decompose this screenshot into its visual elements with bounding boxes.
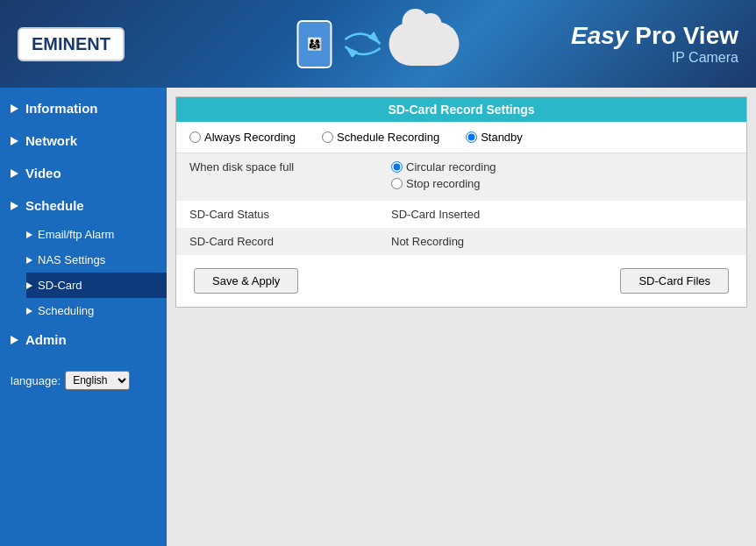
sidebar-sub-label-email-ftp: Email/ftp Alarm xyxy=(38,228,114,241)
schedule-recording-label[interactable]: Schedule Recording xyxy=(322,131,439,144)
sidebar-label-admin: Admin xyxy=(25,332,67,347)
sidebar-sub-label-nas: NAS Settings xyxy=(38,253,105,266)
language-label: language: xyxy=(11,374,61,387)
header-graphic xyxy=(297,20,460,68)
sidebar-label-network: Network xyxy=(25,133,77,148)
standby-label[interactable]: Standby xyxy=(466,131,523,144)
settings-table: When disk space full Circular recording … xyxy=(176,153,746,255)
arrow-icon-email-ftp xyxy=(26,231,32,238)
header-title: Easy Pro View IP Camera xyxy=(571,22,738,66)
content-title: SD-Card Record Settings xyxy=(176,97,746,122)
arrow-icon-video xyxy=(11,169,18,178)
sidebar-sub-menu: Email/ftp Alarm NAS Settings SD-Card Sch… xyxy=(0,222,167,323)
arrow-cloud xyxy=(341,22,460,66)
title-sub: IP Camera xyxy=(571,50,738,66)
sd-record-row: SD-Card Record Not Recording xyxy=(176,228,746,255)
arrow-icon-admin xyxy=(11,336,18,344)
circular-recording-radio[interactable] xyxy=(391,161,403,173)
stop-recording-text: Stop recording xyxy=(406,177,481,190)
sidebar-item-admin[interactable]: Admin xyxy=(0,323,167,356)
sidebar-sub-sdcard[interactable]: SD-Card xyxy=(26,273,167,298)
logo: EMINENT xyxy=(18,27,125,61)
sidebar-label-video: Video xyxy=(25,166,61,181)
sidebar-sub-email-ftp[interactable]: Email/ftp Alarm xyxy=(26,222,167,247)
schedule-recording-radio[interactable] xyxy=(322,131,333,143)
always-recording-text: Always Recording xyxy=(204,131,296,144)
title-rest: Pro View xyxy=(628,22,738,49)
language-select[interactable]: English Dutch German French Spanish xyxy=(65,371,130,390)
circular-recording-label[interactable]: Circular recording xyxy=(391,160,733,174)
disk-options: Circular recording Stop recording xyxy=(391,160,733,190)
always-recording-radio[interactable] xyxy=(189,131,201,143)
arrow-icon-nas xyxy=(26,257,32,264)
sidebar-item-schedule[interactable]: Schedule xyxy=(0,189,167,222)
sidebar-item-information[interactable]: Information xyxy=(0,92,167,124)
always-recording-label[interactable]: Always Recording xyxy=(189,131,296,144)
sd-record-label: SD-Card Record xyxy=(176,228,378,255)
language-row: language: English Dutch German French Sp… xyxy=(0,360,167,401)
arrow-icon-scheduling xyxy=(26,308,32,315)
sidebar-item-network[interactable]: Network xyxy=(0,124,167,157)
arrow-icon-information xyxy=(11,104,18,113)
stop-recording-label[interactable]: Stop recording xyxy=(391,177,733,190)
content-inner: SD-Card Record Settings Always Recording… xyxy=(175,96,747,308)
arrow-icon-sdcard xyxy=(26,282,32,289)
header: EMINENT Easy Pro View IP Camera xyxy=(0,0,756,88)
phone-icon xyxy=(297,20,332,68)
main-container: Information Network Video Schedule Email… xyxy=(0,88,756,546)
schedule-recording-text: Schedule Recording xyxy=(337,131,439,144)
save-apply-button[interactable]: Save & Apply xyxy=(194,268,298,294)
sd-status-row: SD-Card Status SD-Card Inserted xyxy=(176,201,746,228)
sd-record-value: Not Recording xyxy=(378,228,746,255)
arrow-icon-schedule xyxy=(11,202,18,210)
sidebar: Information Network Video Schedule Email… xyxy=(0,88,167,546)
sd-card-files-button[interactable]: SD-Card Files xyxy=(620,268,729,294)
standby-text: Standby xyxy=(481,131,523,144)
standby-radio[interactable] xyxy=(466,131,477,143)
circular-recording-text: Circular recording xyxy=(406,160,496,174)
sidebar-label-schedule: Schedule xyxy=(25,198,84,213)
title-easy: Easy xyxy=(571,22,628,49)
arrow-icon-network xyxy=(11,137,18,145)
disk-full-label: When disk space full xyxy=(176,153,378,201)
sidebar-sub-label-sdcard: SD-Card xyxy=(38,279,82,292)
sidebar-sub-nas[interactable]: NAS Settings xyxy=(26,247,167,273)
sd-status-label: SD-Card Status xyxy=(176,201,378,228)
buttons-row: Save & Apply SD-Card Files xyxy=(176,255,746,307)
sidebar-sub-scheduling[interactable]: Scheduling xyxy=(26,298,167,323)
sidebar-sub-label-scheduling: Scheduling xyxy=(38,304,94,317)
logo-text: EMINENT xyxy=(32,34,111,53)
stop-recording-radio[interactable] xyxy=(391,178,403,189)
arrow-svg xyxy=(341,31,385,57)
cloud-icon xyxy=(389,22,460,66)
sd-status-value: SD-Card Inserted xyxy=(378,201,746,228)
content-area: SD-Card Record Settings Always Recording… xyxy=(167,88,756,546)
disk-full-row: When disk space full Circular recording … xyxy=(176,153,746,201)
sidebar-label-information: Information xyxy=(25,101,98,116)
recording-options-row: Always Recording Schedule Recording Stan… xyxy=(176,122,746,153)
sidebar-item-video[interactable]: Video xyxy=(0,157,167,189)
